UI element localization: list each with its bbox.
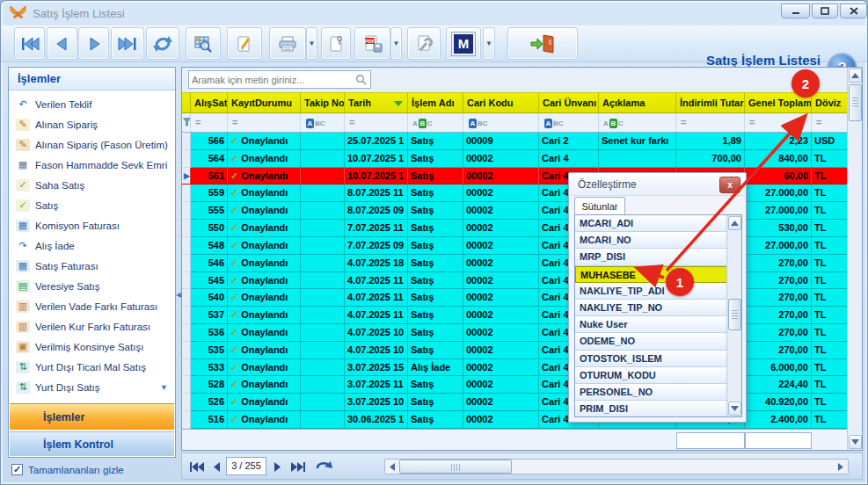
table-row[interactable]: 540✓Onaylandı4.07.2025 11Satış00002Cari … [182,289,849,307]
table-row[interactable]: 546✓Onaylandı4.07.2025 18Satış00002Cari … [182,255,849,272]
hscroll-right-button[interactable] [835,460,847,473]
filter-cell-islemadi[interactable]: ABC [408,113,463,132]
column-header-geneltoplam[interactable]: Genel Toplam [745,92,812,113]
table-row[interactable]: 564✓Onaylandı10.07.2025 1Satış00002Cari … [182,150,849,168]
table-row[interactable]: 533✓Onaylandı3.07.2025 15Alış İade00002C… [182,359,849,377]
column-header-islemadi[interactable]: İşlem Adı [408,92,463,113]
column-header-indirimli[interactable]: İndirimli Tutar [676,92,745,113]
m-dropdown-arrow[interactable]: ▼ [483,27,495,60]
popup-column-item[interactable]: PRIM_DISI [575,401,727,417]
nav-next-button[interactable] [78,27,109,60]
scroll-thumb[interactable] [849,84,862,121]
popup-close-button[interactable]: x [719,177,740,193]
panel-button-islemler[interactable]: İşlemler [10,403,174,430]
scroll-up-button[interactable] [849,69,862,83]
table-row[interactable]: 537✓Onaylandı4.07.2025 11Satış00002Cari … [182,307,849,324]
table-row[interactable]: 555✓Onaylandı8.07.2025 09Satış00002Cari … [182,202,849,220]
table-row[interactable]: ▶561✓Onaylandı10.07.2025 1Satış00002Cari… [182,168,849,185]
search-input[interactable] [192,72,350,87]
filter-cell-indirimli[interactable]: = [676,113,745,132]
table-search-button[interactable] [186,27,221,60]
sidebar-item-11[interactable]: ▥Verilen Vade Farkı Faturası [9,296,175,316]
column-header-takipno[interactable]: Takip No [301,92,345,113]
close-button[interactable] [840,4,867,18]
reload-page-button[interactable] [312,458,335,475]
sidebar-item-3[interactable]: ✎Alınan Sipariş (Fason Üretim) [9,134,175,155]
table-row[interactable]: 526✓Onaylandı3.07.2025 10Satış00002Cari … [182,394,849,411]
hscroll-left-button[interactable] [386,460,398,473]
table-row[interactable]: 535✓Onaylandı4.07.2025 10Satış00002Cari … [182,342,849,359]
settings-wrench-button[interactable] [407,27,441,60]
column-header-aciklama[interactable]: Açıklama [599,92,676,113]
hide-completed-checkbox[interactable]: ✓ [11,464,23,475]
filter-cell-carikodu[interactable]: ABC [463,113,539,132]
popup-column-item[interactable]: OTURUM_KODU [575,367,727,384]
table-row[interactable]: 559✓Onaylandı8.07.2025 11Satış00002Cari … [182,185,849,202]
table-row[interactable]: 548✓Onaylandı7.07.2025 09Satış00002Cari … [182,237,849,255]
filter-cell-doviz[interactable]: = [812,113,849,132]
filter-funnel-icon[interactable] [182,113,191,132]
popup-column-item[interactable]: NAKLIYE_TIP_NO [575,300,727,316]
column-header-alissatis[interactable]: AlışSatış [191,92,228,113]
popup-tab-sutunlar[interactable]: Sütunlar [574,197,625,215]
page-prev-button[interactable] [208,458,224,475]
hscroll-thumb[interactable] [399,460,512,474]
column-header-tarih[interactable]: Tarih [345,92,408,113]
table-row[interactable]: 536✓Onaylandı4.07.2025 10Satış00002Cari … [182,324,849,342]
popup-scroll-thumb[interactable] [728,299,741,330]
refresh-button[interactable] [146,27,179,60]
sidebar-item-5[interactable]: ✓Saha Satış [9,175,175,195]
filter-cell-tarih[interactable]: = [345,113,408,132]
column-header-carikodu[interactable]: Cari Kodu [463,92,539,113]
exit-button[interactable] [507,27,578,60]
filter-cell-aciklama[interactable]: ABC [599,113,676,132]
popup-column-item[interactable]: PERSONEL_NO [575,384,727,401]
popup-column-item[interactable]: MRP_DISI [575,249,727,265]
popup-scroll-down-button[interactable] [728,402,741,416]
filter-cell-alissatis[interactable]: = [191,113,228,132]
grid-vertical-scrollbar[interactable] [847,68,862,450]
sidebar-item-8[interactable]: ↷Alış İade [9,235,175,256]
column-header-cariunvani[interactable]: Cari Ünvanı [539,92,599,113]
popup-column-item[interactable]: MCARI_ADI [575,215,727,232]
popup-column-item[interactable]: MUHASEBE [575,266,727,283]
scroll-down-button[interactable] [849,435,862,449]
maximize-button[interactable] [812,4,838,18]
minimize-button[interactable] [781,4,810,18]
table-row[interactable]: 550✓Onaylandı7.07.2025 11Satış00002Cari … [182,220,849,237]
nav-prev-button[interactable] [47,27,77,60]
sidebar-item-10[interactable]: ▤Veresiye Satış [9,276,175,296]
table-row[interactable]: 528✓Onaylandı3.07.2025 11Satış00002Cari … [182,376,849,394]
sidebar-item-6[interactable]: ✓Satış [9,195,175,215]
filter-cell-takipno[interactable]: ABC [301,113,345,132]
print-dropdown-arrow[interactable]: ▼ [306,27,317,60]
chevron-down-icon[interactable]: ▼ [160,383,168,392]
sidebar-item-15[interactable]: ⇅Yurt Dışı Satış▼ [9,377,175,397]
page-first-button[interactable] [186,458,208,475]
table-row[interactable]: 545✓Onaylandı4.07.2025 11Satış00002Cari … [182,272,849,290]
popup-column-item[interactable]: OTOSTOK_ISLEM [575,351,727,367]
nav-last-button[interactable] [111,27,144,60]
sidebar-item-14[interactable]: ⇅Yurt Dışı Ticari Mal Satış [9,357,175,377]
print-button[interactable] [269,27,306,60]
sidebar-item-12[interactable]: ▥Verilen Kur Farkı Faturası [9,316,175,337]
popup-scroll-up-button[interactable] [728,216,741,230]
sidebar-item-7[interactable]: ▦Komisyon Faturası [9,215,175,235]
pdf-export-button[interactable]: PDF [354,27,390,60]
pdf-dropdown-arrow[interactable]: ▼ [390,27,402,60]
filter-cell-cariunvani[interactable]: ABC [539,113,599,132]
popup-column-item[interactable]: MCARI_NO [575,232,727,249]
grid-horizontal-scrollbar[interactable] [384,459,849,474]
popup-column-item[interactable]: NAKLIYE_TIP_ADI [575,283,727,300]
column-header-kayitdurumu[interactable]: KayıtDurumu [228,92,301,113]
popup-column-item[interactable]: ODEME_NO [575,333,727,350]
edit-button[interactable] [227,27,262,60]
sidebar-item-9[interactable]: ▦Satış Faturası [9,256,175,276]
m-module-button[interactable]: M [446,27,481,60]
table-row[interactable]: 566✓Onaylandı25.07.2025 1Satış00009Cari … [182,133,849,150]
new-document-button[interactable] [321,27,351,60]
sidebar-item-2[interactable]: ✎Alınan Sipariş [9,114,175,134]
filter-cell-kayitdurumu[interactable]: = [228,113,301,132]
column-header-doviz[interactable]: Döviz [812,92,849,113]
sidebar-item-4[interactable]: ▦Fason Hammadde Sevk Emri [9,155,175,175]
